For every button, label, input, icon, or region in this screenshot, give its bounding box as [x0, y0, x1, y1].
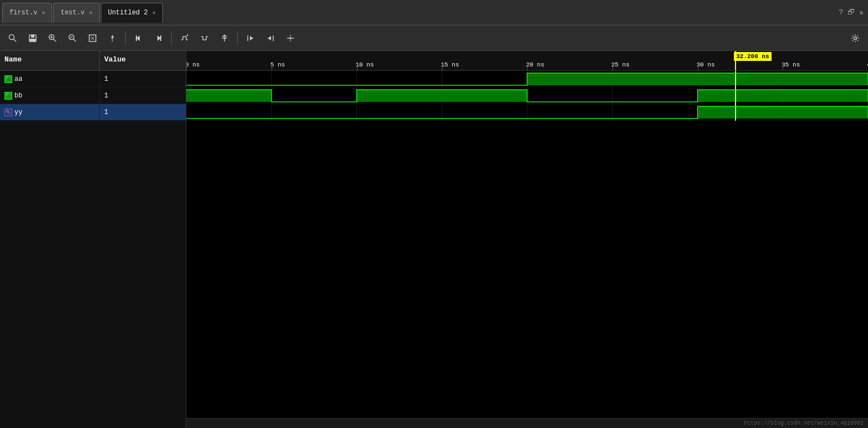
toolbar-separator-3 [237, 32, 238, 45]
signal-panel: Name Value 🔌 aa 1 🔌 bb 1 🔌 yy 1 [0, 51, 186, 428]
svg-line-6 [54, 39, 57, 42]
ruler-tick [527, 66, 528, 70]
signal-row-aa[interactable]: 🔌 aa 1 [0, 71, 186, 87]
svg-rect-52 [527, 73, 868, 85]
save-button[interactable] [24, 30, 41, 47]
time-ruler: 0 ns5 ns10 ns15 ns20 ns25 ns30 ns35 ns40… [186, 51, 868, 71]
tab-first[interactable]: first.v ✕ [2, 3, 52, 23]
toolbar-separator-1 [125, 32, 126, 45]
ruler-label-20ns: 20 ns [526, 61, 544, 68]
signal-value-yy: 1 [100, 104, 186, 120]
wave-row-yy[interactable] [186, 104, 868, 121]
prev-edge-button[interactable] [242, 30, 259, 47]
tab-bar-actions: ? 🗗 ✕ [839, 8, 864, 17]
bottom-bar: https://blog.csdn.net/weixin_4818002 [186, 418, 868, 428]
ruler-label-5ns: 5 ns [270, 61, 285, 68]
svg-line-1 [14, 39, 17, 42]
center-button[interactable] [282, 30, 299, 47]
ruler-tick [272, 66, 272, 70]
wave-row-bb-svg [186, 87, 868, 104]
main-area: Name Value 🔌 aa 1 🔌 bb 1 🔌 yy 1 [0, 51, 868, 428]
ruler-tick [186, 66, 187, 70]
svg-rect-3 [31, 35, 34, 38]
tab-untitled2-label: Untitled 2 [108, 9, 148, 17]
add-signal-button[interactable] [196, 30, 213, 47]
wave-row-aa-svg [186, 71, 868, 87]
tab-test-label: test.v [60, 9, 84, 17]
signal-label-aa: aa [14, 75, 22, 83]
zoom-in-button[interactable] [44, 30, 61, 47]
signal-value-bb: 1 [100, 87, 186, 104]
settings-button[interactable] [847, 30, 864, 47]
svg-point-42 [854, 37, 857, 39]
svg-rect-19 [160, 35, 161, 41]
signal-value-header: Value [100, 51, 186, 70]
ruler-tick [612, 66, 613, 70]
svg-point-0 [9, 34, 14, 39]
svg-rect-63 [357, 90, 528, 102]
svg-rect-64 [698, 90, 869, 102]
signal-label-bb: bb [14, 92, 22, 100]
tab-untitled2-close[interactable]: ✕ [152, 9, 156, 16]
svg-marker-39 [268, 36, 271, 40]
tab-first-close[interactable]: ✕ [42, 9, 45, 16]
wave-row-aa[interactable] [186, 71, 868, 87]
toolbar [0, 25, 868, 51]
link-text: https://blog.csdn.net/weixin_4818002 [744, 420, 864, 426]
signal-name-bb: 🔌 bb [0, 87, 100, 104]
cursor-line [735, 71, 736, 121]
go-start-button[interactable] [130, 30, 147, 47]
next-edge-button[interactable] [262, 30, 279, 47]
ruler-label-15ns: 15 ns [441, 61, 459, 68]
ruler-tick [783, 66, 783, 70]
cursor-button[interactable] [104, 30, 121, 47]
tab-test-close[interactable]: ✕ [89, 9, 93, 16]
search-button[interactable] [4, 30, 21, 47]
waveform-area[interactable] [186, 71, 868, 121]
tab-test[interactable]: test.v ✕ [53, 3, 99, 23]
tab-first-label: first.v [9, 9, 37, 17]
wave-row-bb[interactable] [186, 87, 868, 104]
fit-button[interactable] [84, 30, 101, 47]
ruler-label-30ns: 30 ns [697, 61, 715, 68]
toolbar-separator-2 [171, 32, 172, 45]
svg-rect-4 [30, 39, 35, 42]
zoom-out-button[interactable] [64, 30, 81, 47]
svg-rect-17 [136, 35, 137, 41]
signal-label-yy: yy [14, 109, 22, 116]
ruler-label-0ns: 0 ns [186, 61, 200, 68]
go-end-button[interactable] [150, 30, 167, 47]
add-wave-button[interactable] [176, 30, 193, 47]
ruler-tick [698, 66, 698, 70]
tab-untitled2[interactable]: Untitled 2 ✕ [101, 3, 163, 23]
close-window-icon[interactable]: ✕ [859, 8, 864, 17]
signal-row-yy[interactable]: 🔌 yy 1 [0, 104, 186, 121]
ruler-label-35ns: 35 ns [782, 61, 800, 68]
svg-rect-74 [698, 106, 869, 118]
signal-value-aa: 1 [100, 71, 186, 87]
signal-name-aa: 🔌 aa [0, 71, 100, 87]
signal-panel-header: Name Value [0, 51, 186, 71]
ruler-tick [442, 66, 442, 70]
signal-name-header: Name [0, 51, 100, 70]
tab-bar: first.v ✕ test.v ✕ Untitled 2 ✕ ? 🗗 ✕ [0, 0, 868, 25]
ruler-label-10ns: 10 ns [356, 61, 374, 68]
signal-icon-yy: 🔌 [4, 109, 12, 116]
signal-row-bb[interactable]: 🔌 bb 1 [0, 87, 186, 104]
svg-marker-15 [111, 35, 114, 42]
ruler-tick [357, 66, 358, 70]
svg-rect-62 [186, 90, 272, 102]
signal-icon-aa: 🔌 [4, 75, 12, 83]
waveform-panel[interactable]: 0 ns5 ns10 ns15 ns20 ns25 ns30 ns35 ns40… [186, 51, 868, 428]
wave-row-yy-svg [186, 104, 868, 121]
add-marker-button[interactable] [216, 30, 233, 47]
signal-name-yy: 🔌 yy [0, 104, 100, 120]
cursor-label: 32.200 ns [734, 52, 771, 61]
signal-icon-bb: 🔌 [4, 92, 12, 100]
ruler-label-25ns: 25 ns [611, 61, 630, 68]
svg-marker-37 [250, 36, 253, 40]
help-icon[interactable]: ? [839, 8, 843, 17]
restore-icon[interactable]: 🗗 [847, 8, 855, 17]
svg-line-10 [74, 39, 76, 42]
